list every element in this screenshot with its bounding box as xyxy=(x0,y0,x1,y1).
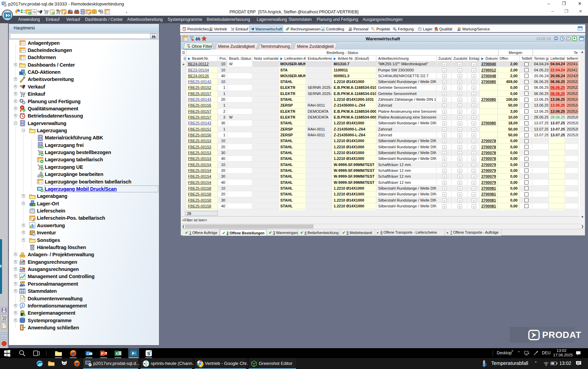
svg-text:X: X xyxy=(116,352,118,356)
svg-text:P: P xyxy=(101,352,104,356)
